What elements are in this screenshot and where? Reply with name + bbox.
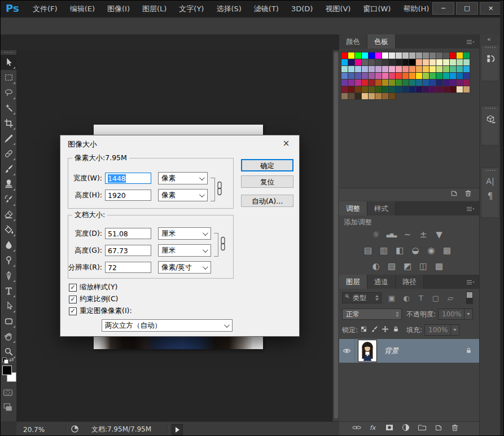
color-swatch[interactable] bbox=[402, 73, 409, 79]
color-swatch[interactable] bbox=[423, 66, 429, 72]
layer-thumbnail[interactable] bbox=[358, 340, 376, 362]
color-swatch[interactable] bbox=[382, 66, 388, 72]
hand-tool[interactable] bbox=[1, 329, 16, 344]
shape-tool[interactable] bbox=[1, 314, 16, 329]
color-swatch[interactable] bbox=[443, 86, 449, 93]
color-swatch[interactable] bbox=[362, 73, 368, 79]
color-swatch[interactable] bbox=[389, 86, 395, 93]
blur-tool[interactable] bbox=[1, 237, 16, 253]
doc-width-unit-dropdown[interactable]: 厘米 bbox=[158, 227, 211, 240]
color-swatch[interactable] bbox=[423, 86, 429, 93]
lock-paint-icon[interactable] bbox=[371, 325, 378, 334]
doc-height-input[interactable]: 67.73 bbox=[105, 245, 151, 256]
photo-filter-icon[interactable]: ◒ bbox=[409, 244, 422, 257]
curves-icon[interactable]: ~ bbox=[401, 228, 414, 241]
screen-mode-button[interactable] bbox=[3, 402, 13, 415]
history-panel-icon[interactable] bbox=[485, 54, 496, 66]
color-swatch[interactable] bbox=[382, 86, 388, 93]
color-swatch[interactable] bbox=[382, 52, 388, 59]
posterize-icon[interactable]: ▨ bbox=[385, 260, 398, 272]
character-panel-icon[interactable]: A| bbox=[486, 177, 494, 186]
move-tool[interactable] bbox=[1, 55, 16, 70]
history-panel-section[interactable] bbox=[481, 45, 499, 81]
color-swatch[interactable] bbox=[436, 52, 442, 59]
opacity-dropdown[interactable]: 100% bbox=[438, 309, 473, 320]
color-swatch[interactable] bbox=[375, 66, 382, 72]
color-swatch[interactable] bbox=[463, 52, 470, 59]
constrain-proportions-checkbox-row[interactable]: ✓ 约束比例(C) bbox=[69, 294, 118, 304]
properties-panel-icon[interactable] bbox=[485, 114, 496, 127]
color-swatch[interactable] bbox=[450, 86, 456, 93]
color-swatch[interactable] bbox=[341, 73, 348, 79]
new-layer-icon[interactable] bbox=[434, 423, 443, 434]
invert-icon[interactable]: ◐ bbox=[370, 260, 382, 272]
quick-mask-button[interactable] bbox=[3, 387, 13, 400]
exposure-icon[interactable]: ± bbox=[417, 228, 430, 241]
healing-brush-tool[interactable] bbox=[1, 146, 16, 161]
color-swatch[interactable] bbox=[348, 73, 354, 79]
color-swatch[interactable] bbox=[362, 80, 368, 86]
clone-stamp-tool[interactable] bbox=[1, 177, 16, 192]
tools-panel-grip[interactable] bbox=[5, 52, 12, 53]
color-swatch[interactable] bbox=[423, 59, 429, 65]
color-swatch[interactable] bbox=[355, 86, 361, 93]
color-swatch[interactable] bbox=[375, 80, 382, 86]
color-swatch[interactable] bbox=[457, 86, 463, 93]
swatches-panel-menu-icon[interactable] bbox=[466, 38, 478, 46]
doc-width-input[interactable]: 51.08 bbox=[105, 228, 151, 239]
color-swatch[interactable] bbox=[416, 59, 422, 65]
blend-mode-dropdown[interactable]: 正常 bbox=[342, 309, 402, 320]
color-swatch[interactable] bbox=[369, 52, 375, 59]
color-swatch[interactable] bbox=[409, 80, 415, 86]
color-swatch[interactable] bbox=[355, 93, 361, 99]
foreground-color-swatch[interactable] bbox=[2, 365, 12, 375]
black-white-icon[interactable]: ◧ bbox=[393, 244, 406, 257]
checkbox-checked[interactable]: ✓ bbox=[69, 296, 77, 303]
color-swatch[interactable] bbox=[362, 66, 368, 72]
color-swatch[interactable] bbox=[430, 52, 436, 59]
color-swatch[interactable] bbox=[443, 73, 449, 79]
brightness-contrast-icon[interactable]: ☼ bbox=[370, 228, 382, 241]
swatch-grid[interactable] bbox=[341, 52, 471, 100]
color-swatch[interactable] bbox=[396, 86, 402, 93]
color-swatch[interactable] bbox=[450, 80, 456, 86]
color-swatch[interactable] bbox=[396, 52, 402, 59]
color-swatch[interactable] bbox=[409, 52, 415, 59]
color-swatch[interactable] bbox=[375, 52, 382, 59]
tab-adjustments[interactable]: 调整 bbox=[339, 201, 367, 215]
color-swatch[interactable] bbox=[362, 52, 368, 59]
layer-visibility-cell[interactable] bbox=[339, 339, 355, 363]
filter-smart-objects-icon[interactable]: ▱ bbox=[445, 292, 456, 303]
eyedropper-tool[interactable] bbox=[1, 131, 16, 146]
lock-position-icon[interactable] bbox=[382, 325, 389, 334]
color-lookup-icon[interactable]: ▦ bbox=[441, 244, 453, 257]
delete-swatch-icon[interactable] bbox=[464, 189, 472, 200]
color-swatch[interactable] bbox=[348, 59, 354, 65]
color-balance-icon[interactable]: ▥ bbox=[378, 244, 390, 257]
color-swatch[interactable] bbox=[463, 66, 470, 72]
color-swatch[interactable] bbox=[409, 59, 415, 65]
color-swatch[interactable] bbox=[355, 52, 361, 59]
dialog-close-icon[interactable]: × bbox=[279, 138, 293, 149]
collapse-panels-icon[interactable]: « bbox=[487, 36, 491, 43]
dropdown-arrow-icon[interactable] bbox=[464, 309, 472, 319]
lock-transparency-icon[interactable] bbox=[360, 325, 367, 334]
color-swatch[interactable] bbox=[389, 80, 395, 86]
color-swatch[interactable] bbox=[402, 52, 409, 59]
color-swatch[interactable] bbox=[369, 66, 375, 72]
filter-kind-dropdown[interactable]: 类型 bbox=[342, 292, 382, 303]
pen-tool[interactable] bbox=[1, 268, 16, 283]
new-swatch-icon[interactable] bbox=[450, 189, 458, 200]
layer-filter-toggle[interactable] bbox=[466, 292, 473, 304]
color-swatch[interactable] bbox=[409, 86, 415, 93]
type-tool[interactable] bbox=[1, 283, 16, 298]
zoom-tool[interactable] bbox=[1, 344, 16, 359]
color-swatch[interactable] bbox=[423, 52, 429, 59]
menu-item[interactable]: 图像(I) bbox=[101, 1, 136, 17]
color-swatch[interactable] bbox=[457, 66, 463, 72]
minimize-button[interactable]: ─ bbox=[432, 2, 454, 15]
color-swatch[interactable] bbox=[362, 93, 368, 99]
eraser-tool[interactable] bbox=[1, 207, 16, 222]
filter-adjustment-layers-icon[interactable]: ◐ bbox=[401, 292, 412, 303]
color-swatch[interactable] bbox=[430, 80, 436, 86]
